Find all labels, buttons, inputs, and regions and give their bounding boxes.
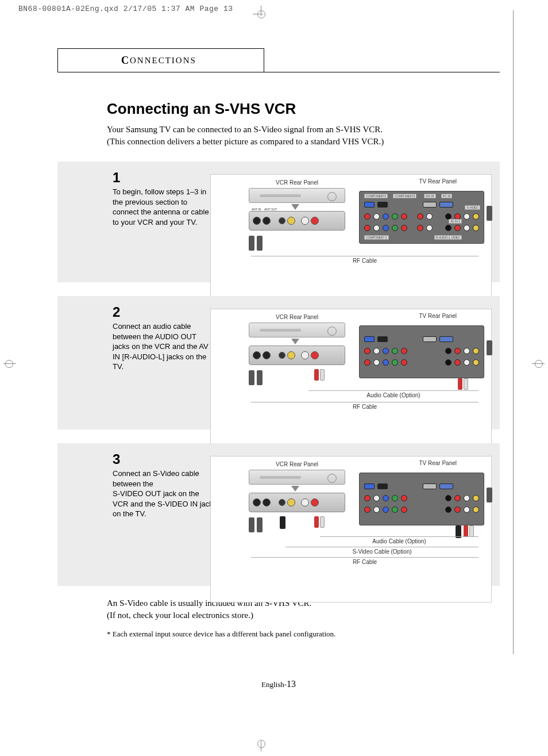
svideo-jack-icon — [279, 217, 285, 224]
registration-mark-right-icon — [528, 355, 548, 373]
rca-red-plug-icon — [314, 516, 319, 528]
rf-cable-label: RF Cable — [251, 557, 478, 565]
coax-plug-icon — [249, 236, 254, 251]
section-cap: C — [121, 55, 130, 67]
arrow-down-icon — [291, 204, 299, 210]
footnote: * Each external input source device has … — [107, 630, 500, 639]
audio-l-jack-icon — [301, 217, 309, 225]
rca-white-plug-icon — [320, 369, 325, 381]
rf-cable-label: RF Cable — [251, 402, 478, 410]
vcr-panel-label: VCR Rear Panel — [249, 314, 345, 320]
svideo-plug-icon — [280, 516, 285, 529]
vcr-front-icon — [249, 470, 345, 485]
rca-red-plug-icon — [314, 369, 319, 381]
page-title: Connecting an S-VHS VCR — [107, 100, 500, 118]
ant-in-label: ANT IN — [252, 208, 261, 211]
tv-rear-panel-icon: COMPONENT1 COMPONENT2 DVI IN PC IN S-VID… — [359, 191, 484, 244]
step-1-text: To begin, follow steps 1–3 in the previo… — [113, 187, 214, 227]
step-2-diagram: VCR Rear Panel TV Rear Panel — [210, 309, 492, 448]
step-3-text: Connect an S-Video cable between theS-VI… — [113, 469, 214, 519]
tv-rear-panel-icon — [359, 473, 484, 525]
tv-rear-panel-icon — [359, 325, 484, 378]
coax-plug-icon — [257, 236, 263, 251]
step-1-block: 1 To begin, follow steps 1–3 in the prev… — [57, 162, 500, 282]
step-2-text: Connect an audio cable between the AUDIO… — [113, 321, 214, 372]
tv-panel-label: TV Rear Panel — [419, 460, 457, 466]
coax-plug-icon — [487, 340, 492, 355]
step-3-block: 3 Connect an S-Video cable between theS-… — [57, 443, 500, 586]
audio-r-jack-icon — [311, 217, 319, 225]
arrow-down-icon — [291, 339, 299, 344]
vcr-rear-panel-icon — [249, 493, 345, 512]
ant-out-jack-icon — [263, 217, 271, 225]
page-number: English-13 — [57, 679, 500, 689]
rca-white-plug-icon — [464, 378, 468, 390]
coax-plug-icon — [249, 370, 254, 385]
crop-mark-bottom-icon — [253, 735, 270, 753]
coax-plug-icon — [257, 370, 263, 385]
vcr-panel-label: VCR Rear Panel — [249, 461, 345, 467]
rca-white-plug-icon — [469, 525, 474, 537]
arrow-down-icon — [291, 486, 299, 492]
tv-panel-label: TV Rear Panel — [419, 313, 457, 319]
audio-cable-label: Audio Cable (Option) — [308, 390, 478, 398]
rca-red-plug-icon — [458, 378, 462, 390]
coax-plug-icon — [257, 517, 263, 532]
section-rest: ONNECTIONS — [130, 56, 196, 66]
intro-text: Your Samsung TV can be connected to an S… — [107, 124, 500, 148]
step-2-block: 2 Connect an audio cable between the AUD… — [57, 296, 500, 429]
coax-plug-icon — [249, 517, 254, 532]
tv-panel-label: TV Rear Panel — [419, 178, 457, 185]
ant-in-jack-icon — [253, 217, 261, 225]
video-jack-icon — [287, 217, 295, 225]
rca-red-plug-icon — [464, 525, 468, 537]
step-3-diagram: VCR Rear Panel TV Rear Panel — [210, 456, 492, 603]
svideo-cable-label: S-Video Cable (Option) — [285, 547, 478, 555]
ant-out-label: ANT OUT — [264, 208, 277, 211]
step-1-diagram: VCR Rear Panel ANT IN ANT OUT TV Rear Pa… — [210, 174, 492, 302]
trim-line — [513, 10, 514, 654]
page-num-value: 13 — [287, 679, 296, 689]
audio-cable-label: Audio Cable (Option) — [320, 536, 478, 544]
rca-white-plug-icon — [320, 516, 325, 528]
vcr-front-icon — [249, 323, 345, 337]
section-rule — [57, 72, 500, 72]
coax-plug-icon — [487, 206, 492, 221]
section-tab: CONNECTIONS — [57, 48, 264, 72]
outro-line2: (If not, check your local electronics st… — [107, 611, 253, 620]
vcr-rear-panel-icon: ANT IN ANT OUT — [249, 211, 345, 231]
vcr-front-icon — [249, 188, 345, 203]
rf-cable-label: RF Cable — [251, 256, 478, 264]
intro-line2: (This connection delivers a better pictu… — [107, 137, 384, 146]
coax-plug-icon — [487, 488, 492, 502]
page-lang: English- — [261, 680, 287, 689]
print-header: BN68-00801A-02Eng.qxd 2/17/05 1:37 AM Pa… — [18, 5, 233, 13]
intro-line1: Your Samsung TV can be connected to an S… — [107, 125, 383, 134]
crop-mark-icon — [253, 6, 270, 23]
vcr-rear-panel-icon — [249, 346, 345, 365]
registration-mark-left-icon — [0, 355, 20, 373]
vcr-panel-label: VCR Rear Panel — [249, 179, 345, 186]
